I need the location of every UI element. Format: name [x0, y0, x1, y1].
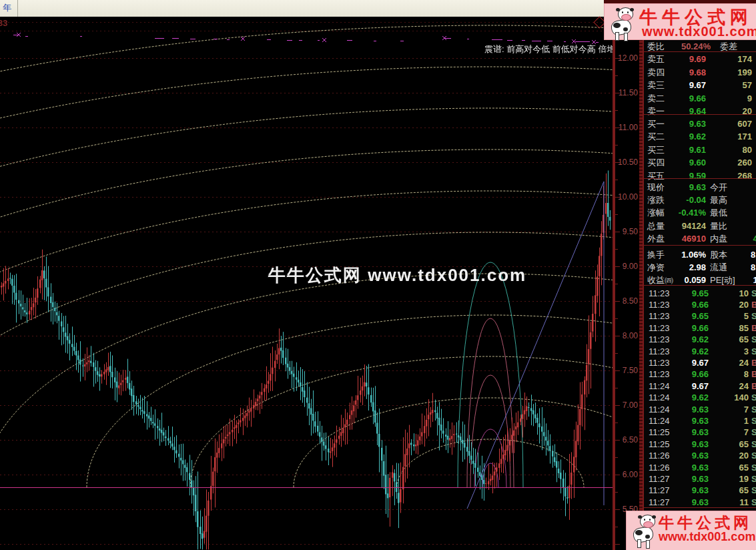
- cow-mascot-icon: [606, 5, 638, 40]
- tick-row: 11:269.6365S: [644, 461, 756, 474]
- panel-separator: [644, 245, 756, 246]
- toolbar: 年: [0, 0, 604, 17]
- tick-row: 11:239.6724B: [644, 356, 756, 369]
- tick-row: 11:239.6620B: [644, 298, 756, 311]
- axis-tick: [615, 440, 620, 441]
- tdx-trading-app: { "window": {"toolbar_tab": "年", "corner…: [0, 0, 756, 550]
- cow-mascot-icon: [628, 513, 660, 547]
- ad-banner-top[interactable]: 牛牛公式网 www.tdx001.com: [604, 3, 756, 40]
- axis-tick: [615, 527, 618, 527]
- toolbar-divider: [17, 0, 18, 17]
- axis-tick: [615, 336, 620, 336]
- axis-tick: [615, 509, 620, 510]
- axis-tick: [615, 353, 618, 354]
- axis-tick: [615, 58, 620, 59]
- panel-separator: [644, 507, 756, 508]
- chart-region: 33 震谱: 前高对今低 前低对今高 倍增. 牛牛公式网 www.tdx001.…: [0, 17, 613, 550]
- panel-separator: [644, 114, 756, 115]
- ask-row[interactable]: 卖五9.69174: [644, 53, 756, 65]
- tick-row: 11:279.6365S: [644, 484, 756, 497]
- watermark: 牛牛公式网 www.tdx001.com: [268, 264, 526, 287]
- axis-tick: [615, 232, 620, 232]
- period-tab-year[interactable]: 年: [3, 2, 11, 14]
- axis-tick: [615, 75, 618, 76]
- ad-banner-bottom[interactable]: 牛牛公式网 www.tdx001.com: [626, 511, 756, 550]
- axis-tick: [615, 284, 618, 284]
- ask-row[interactable]: 卖二9.669: [644, 92, 756, 105]
- bid-row[interactable]: 买二9.62171: [644, 130, 756, 143]
- axis-tick: [615, 423, 618, 423]
- axis-tick: [615, 214, 618, 215]
- ask-row[interactable]: 卖四9.68199: [644, 66, 756, 79]
- bid-row[interactable]: 买四9.60260: [644, 156, 756, 169]
- tick-row: 11:279.6319S: [644, 473, 756, 485]
- ad-banner-url: www.tdx001.com: [659, 530, 755, 544]
- axis-tick: [615, 127, 620, 128]
- bid-row[interactable]: 买一9.63607: [644, 117, 756, 130]
- axis-tick: [615, 457, 618, 458]
- tick-row: 11:249.637S: [644, 403, 756, 416]
- ask-row[interactable]: 卖一9.6420: [644, 105, 756, 117]
- indicator-corner-value: 33: [0, 18, 7, 28]
- axis-tick: [615, 145, 618, 146]
- axis-tick: [615, 110, 618, 111]
- axis-tick: [615, 475, 620, 475]
- tick-row: 11:269.6320S: [644, 449, 756, 462]
- axis-tick: [615, 162, 620, 163]
- fin-row[interactable]: 换手1.06%股本8.9: [644, 248, 756, 261]
- tick-row: 11:239.655S: [644, 310, 756, 322]
- axis-tick: [615, 405, 620, 406]
- bid-row[interactable]: 买三9.6180: [644, 144, 756, 156]
- axis-tick: [615, 301, 620, 302]
- ask-row[interactable]: 卖三9.6757: [644, 79, 756, 91]
- tick-row: 11:239.668B: [644, 368, 756, 380]
- tick-row: 11:239.6685B: [644, 322, 756, 334]
- axis-tick: [615, 544, 620, 545]
- info-row[interactable]: 现价9.63今开9: [644, 181, 756, 194]
- info-row[interactable]: 外盘46910内盘47: [644, 232, 756, 245]
- axis-tick: [615, 180, 618, 180]
- tick-row: 11:239.623S: [644, 345, 756, 358]
- tick-row: 11:259.6365S: [644, 438, 756, 451]
- tick-row: 11:259.637S: [644, 426, 756, 439]
- axis-tick: [615, 266, 620, 267]
- tick-row: 11:239.6265S: [644, 333, 756, 346]
- tick-row: 11:249.631S: [644, 415, 756, 427]
- info-row[interactable]: 总量94124量比0: [644, 220, 756, 232]
- panel-separator: [644, 178, 756, 179]
- indicator-title: 震谱: 前高对今低 前低对今高 倍增.: [484, 43, 618, 55]
- axis-tick: [615, 370, 620, 371]
- tick-row: 11:279.6311S: [644, 496, 756, 509]
- price-axis: 12.0011.5011.0010.5010.009.509.008.508.0…: [613, 17, 643, 550]
- panel-separator: [644, 285, 756, 286]
- quote-panel: 委比50.24%委差卖五9.69174卖四9.68199卖三9.6757卖二9.…: [643, 17, 756, 550]
- ad-banner-url: www.tdx001.com: [642, 24, 756, 39]
- axis-tick: [615, 249, 618, 250]
- tick-row: 11:249.62140S: [644, 391, 756, 404]
- fin-row[interactable]: 净资2.98流通8.9: [644, 261, 756, 274]
- axis-tick: [615, 492, 618, 493]
- tick-row: 11:239.6510S: [644, 287, 756, 300]
- axis-tick: [615, 93, 620, 93]
- panel-separator: [644, 51, 756, 52]
- axis-tick: [615, 388, 618, 388]
- tick-row: 11:249.6724B: [644, 380, 756, 392]
- info-row[interactable]: 涨幅-0.41%最低9: [644, 206, 756, 219]
- info-row[interactable]: 涨跌-0.04最高9: [644, 194, 756, 206]
- axis-tick: [615, 318, 618, 319]
- axis-tick: [615, 197, 620, 198]
